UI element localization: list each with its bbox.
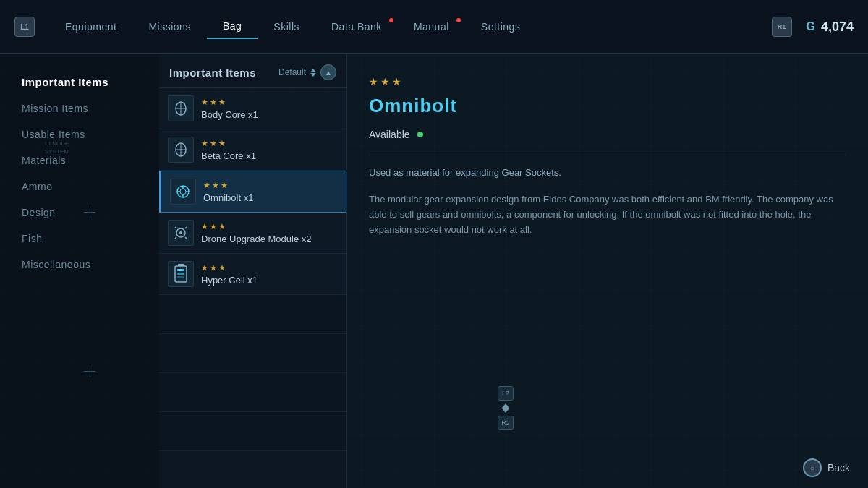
sidebar-item-important-items[interactable]: Important Items [0,69,159,95]
nav-tabs: Equipment Missions Bag Skills Data Bank … [49,14,772,39]
main-content: Important Items Default ▲ [159,54,868,488]
back-label: Back [827,462,850,474]
sort-control[interactable]: Default ▲ [278,64,336,80]
sort-arrow-up-icon [310,69,316,72]
btn-l1[interactable]: L1 [14,17,35,37]
svg-rect-17 [177,273,184,275]
circle-btn-icon: ○ [803,458,822,477]
detail-description: The modular gear expansion design from E… [369,192,846,238]
item-icon-body-core [168,95,194,121]
item-info-drone-upgrade: ★ ★ ★ Drone Upgrade Module x2 [201,222,338,244]
status-label: Available [369,129,410,140]
list-item-empty [159,373,346,412]
tab-settings[interactable]: Settings [465,15,537,38]
sort-arrows [310,69,316,77]
item-name-drone-upgrade: Drone Upgrade Module x2 [201,234,338,244]
detail-title: Omnibolt [369,95,846,117]
scroll-indicators: L2 R2 [498,386,514,430]
svg-rect-18 [177,276,184,278]
manual-dot [456,18,461,22]
tab-manual[interactable]: Manual [398,15,465,38]
sidebar-item-mission-items[interactable]: Mission Items [0,95,159,121]
list-item-empty [159,295,346,334]
scroll-arrows [502,403,509,413]
bottom-bar: ○ Back [785,448,868,488]
detail-stars: ★ ★ ★ [369,76,846,87]
svg-point-7 [180,189,186,194]
item-icon-beta-core [168,137,194,163]
tab-skills[interactable]: Skills [258,15,315,38]
list-item[interactable]: ★ ★ ★ Beta Core x1 [159,129,346,171]
sidebar-item-design[interactable]: Design [0,200,159,226]
list-item-omnibolt[interactable]: ★ ★ ★ Omnibolt x1 [159,171,346,213]
item-icon-hyper-cell [168,261,194,287]
sidebar-item-miscellaneous[interactable]: Miscellaneous [0,252,159,278]
sidebar-item-usable-items[interactable]: Usable Items [0,121,159,147]
item-name-omnibolt: Omnibolt x1 [203,192,337,203]
sidebar-item-fish[interactable]: Fish [0,226,159,252]
sidebar-small-text: UI NODESYSTEM [45,140,69,155]
item-info-omnibolt: ★ ★ ★ Omnibolt x1 [203,181,337,203]
detail-subtitle: Used as material for expanding Gear Sock… [369,166,846,180]
item-icon-drone-upgrade [168,220,194,246]
databank-dot [389,18,393,22]
item-name-body-core: Body Core x1 [201,109,338,120]
sort-arrow-down-icon [310,73,316,77]
sidebar-item-ammo[interactable]: Ammo [0,174,159,200]
item-list-panel: Important Items Default ▲ [159,54,347,488]
currency-icon: G [807,20,815,33]
item-name-hyper-cell: Hyper Cell x1 [201,275,338,286]
item-stars: ★ ★ ★ [201,263,338,273]
item-info-hyper-cell: ★ ★ ★ Hyper Cell x1 [201,263,338,286]
currency-display: G 4,074 [807,20,854,35]
item-stars: ★ ★ ★ [203,181,337,190]
tab-bag[interactable]: Bag [207,14,258,39]
list-item[interactable]: ★ ★ ★ Hyper Cell x1 [159,254,346,295]
detail-status: Available [369,129,846,140]
item-name-beta-core: Beta Core x1 [201,150,338,161]
list-title: Important Items [169,67,256,79]
back-button[interactable]: ○ Back [803,458,850,477]
detail-divider [369,155,846,155]
tab-missions[interactable]: Missions [132,15,206,38]
item-icon-omnibolt [170,179,196,205]
sidebar: UI NODESYSTEM Important Items Mission It… [0,54,159,488]
scroll-btn-l2[interactable]: L2 [498,386,514,401]
list-item[interactable]: ★ ★ ★ Drone Upgrade Module x2 [159,213,346,254]
tab-databank[interactable]: Data Bank [315,15,398,38]
item-info-beta-core: ★ ★ ★ Beta Core x1 [201,139,338,161]
list-item-empty [159,334,346,373]
status-dot [417,132,423,137]
svg-rect-16 [177,269,184,271]
top-bar-left: L1 [14,17,35,37]
scroll-up-arrow-icon [502,403,509,408]
item-info-body-core: ★ ★ ★ Body Core x1 [201,98,338,120]
svg-point-13 [179,231,182,234]
sidebar-item-materials[interactable]: Materials [0,147,159,174]
sort-button[interactable]: ▲ [320,64,336,80]
detail-panel: ★ ★ ★ Omnibolt Available Used as materia… [347,54,868,488]
item-stars: ★ ★ ★ [201,222,338,231]
item-stars: ★ ★ ★ [201,98,338,107]
item-stars: ★ ★ ★ [201,139,338,148]
top-bar: L1 Equipment Missions Bag Skills Data Ba… [0,0,868,54]
scroll-down-arrow-icon [502,408,509,413]
sort-label: Default [278,67,306,77]
list-item[interactable]: ★ ★ ★ Body Core x1 [159,88,346,129]
scroll-btn-r2[interactable]: R2 [498,416,514,430]
list-item-empty [159,412,346,451]
tab-equipment[interactable]: Equipment [49,15,132,38]
btn-r1[interactable]: R1 [772,17,792,37]
list-header: Important Items Default ▲ [159,54,346,88]
currency-value: 4,074 [821,20,854,35]
